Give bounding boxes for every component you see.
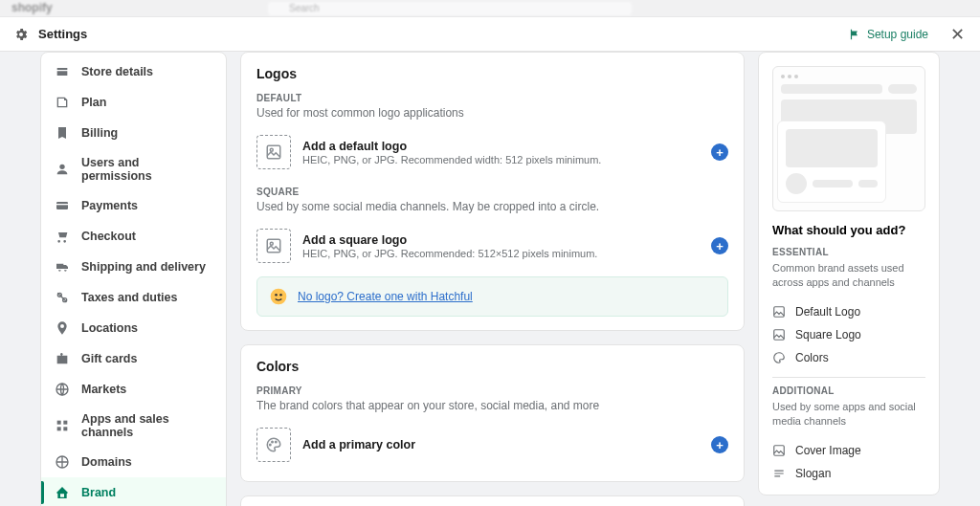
help-panel: What should you add? ESSENTIAL Common br… <box>758 52 940 495</box>
sidebar-item-checkout[interactable]: Checkout <box>41 221 226 252</box>
square-add-title: Add a square logo <box>302 233 597 247</box>
primary-color-row[interactable]: Add a primary color + <box>256 422 728 468</box>
global-search[interactable]: Search <box>268 2 632 15</box>
hatchful-banner: No logo? Create one with Hatchful <box>256 276 728 317</box>
sidebar-item-store-details[interactable]: Store details <box>41 56 226 87</box>
sidebar-item-giftcards[interactable]: Gift cards <box>41 343 226 374</box>
gear-icon <box>13 27 29 42</box>
additional-item-slogan: Slogan <box>772 462 925 485</box>
additional-item-cover: Cover Image <box>772 439 925 462</box>
default-desc: Used for most common logo applications <box>256 106 728 120</box>
essential-item-colors: Colors <box>772 346 925 369</box>
domains-icon <box>55 454 70 470</box>
sidebar-item-plan[interactable]: Plan <box>41 87 226 118</box>
svg-rect-20 <box>774 330 785 341</box>
plan-icon <box>55 95 70 110</box>
default-add-hint: HEIC, PNG, or JPG. Recommended width: 51… <box>302 154 601 165</box>
essential-item-default-logo: Default Logo <box>772 300 925 323</box>
image-icon <box>772 444 786 457</box>
shipping-icon <box>55 259 70 275</box>
brand-icon <box>55 485 70 500</box>
text-icon <box>772 467 786 480</box>
store-icon <box>55 64 70 79</box>
gift-icon <box>55 351 70 366</box>
billing-icon <box>55 125 70 141</box>
svg-rect-9 <box>267 145 280 159</box>
square-desc: Used by some social media channels. May … <box>256 200 728 213</box>
additional-label: ADDITIONAL <box>772 385 925 396</box>
additional-desc: Used by some apps and social media chann… <box>772 400 925 429</box>
palette-icon <box>256 428 291 462</box>
settings-title: Settings <box>38 27 87 41</box>
svg-point-0 <box>59 165 64 169</box>
svg-point-12 <box>270 242 273 245</box>
svg-point-16 <box>270 444 272 446</box>
add-square-logo-button[interactable]: + <box>711 237 728 254</box>
svg-point-15 <box>279 294 282 297</box>
preview-mockup <box>772 66 925 211</box>
sidebar-item-billing[interactable]: Billing <box>41 118 226 148</box>
svg-point-14 <box>275 294 278 297</box>
sidebar-item-brand[interactable]: Brand <box>41 477 226 506</box>
flag-icon <box>848 28 861 41</box>
essential-desc: Common brand assets used across apps and… <box>772 261 925 291</box>
sidebar-item-users[interactable]: Users and permissions <box>41 148 226 190</box>
svg-point-13 <box>271 289 287 305</box>
svg-rect-11 <box>267 239 280 253</box>
sidebar-item-taxes[interactable]: Taxes and duties <box>41 282 226 313</box>
apps-icon <box>55 418 70 433</box>
default-logo-row[interactable]: Add a default logo HEIC, PNG, or JPG. Re… <box>256 129 728 175</box>
svg-rect-1 <box>56 202 68 209</box>
colors-title: Colors <box>256 359 728 374</box>
svg-rect-21 <box>774 445 785 455</box>
square-label: SQUARE <box>256 187 728 197</box>
payments-icon <box>55 198 70 213</box>
main-content: Logos DEFAULT Used for most common logo … <box>240 52 745 506</box>
settings-header: Settings Setup guide ✕ <box>0 17 980 52</box>
add-primary-color-button[interactable]: + <box>711 436 728 453</box>
markets-icon <box>55 382 70 397</box>
add-primary-color-label: Add a primary color <box>302 438 415 451</box>
sidebar-item-apps[interactable]: Apps and sales channels <box>41 405 226 447</box>
sidebar-item-shipping[interactable]: Shipping and delivery <box>41 252 226 282</box>
setup-guide-link[interactable]: Setup guide <box>848 28 928 41</box>
image-icon <box>772 328 786 341</box>
settings-sidebar: Store details Plan Billing Users and per… <box>40 52 227 506</box>
primary-desc: The brand colors that appear on your sto… <box>256 399 728 412</box>
close-button[interactable]: ✕ <box>947 24 967 45</box>
default-label: DEFAULT <box>256 93 728 103</box>
sidebar-item-locations[interactable]: Locations <box>41 313 226 343</box>
primary-label: PRIMARY <box>256 385 728 396</box>
palette-icon <box>772 351 786 364</box>
svg-rect-4 <box>57 421 61 425</box>
brand-logo: shopify <box>11 1 53 14</box>
svg-rect-2 <box>56 204 68 205</box>
image-placeholder-icon <box>256 135 291 169</box>
essential-item-square-logo: Square Logo <box>772 323 925 346</box>
default-add-title: Add a default logo <box>302 140 601 153</box>
svg-point-10 <box>270 148 273 151</box>
svg-point-18 <box>276 441 278 443</box>
svg-rect-5 <box>63 421 67 425</box>
help-heading: What should you add? <box>772 223 925 237</box>
sidebar-item-markets[interactable]: Markets <box>41 374 226 405</box>
location-icon <box>55 320 70 336</box>
image-icon <box>772 305 786 319</box>
essential-label: ESSENTIAL <box>772 247 925 257</box>
colors-card: Colors PRIMARY The brand colors that app… <box>240 344 745 482</box>
svg-rect-6 <box>57 427 61 430</box>
sidebar-item-payments[interactable]: Payments <box>41 190 226 221</box>
cover-image-card: Cover Image <box>240 495 745 506</box>
svg-point-17 <box>272 441 274 443</box>
image-placeholder-icon <box>256 229 291 263</box>
square-add-hint: HEIC, PNG, or JPG. Recommended: 512×512 … <box>302 248 597 259</box>
hatchful-icon <box>269 287 288 306</box>
sidebar-item-domains[interactable]: Domains <box>41 447 226 477</box>
svg-rect-19 <box>774 307 785 318</box>
square-logo-row[interactable]: Add a square logo HEIC, PNG, or JPG. Rec… <box>256 223 728 269</box>
add-default-logo-button[interactable]: + <box>711 143 728 161</box>
svg-rect-7 <box>63 427 67 430</box>
checkout-icon <box>55 229 70 244</box>
hatchful-link[interactable]: No logo? Create one with Hatchful <box>298 290 473 303</box>
logos-card: Logos DEFAULT Used for most common logo … <box>240 52 745 331</box>
